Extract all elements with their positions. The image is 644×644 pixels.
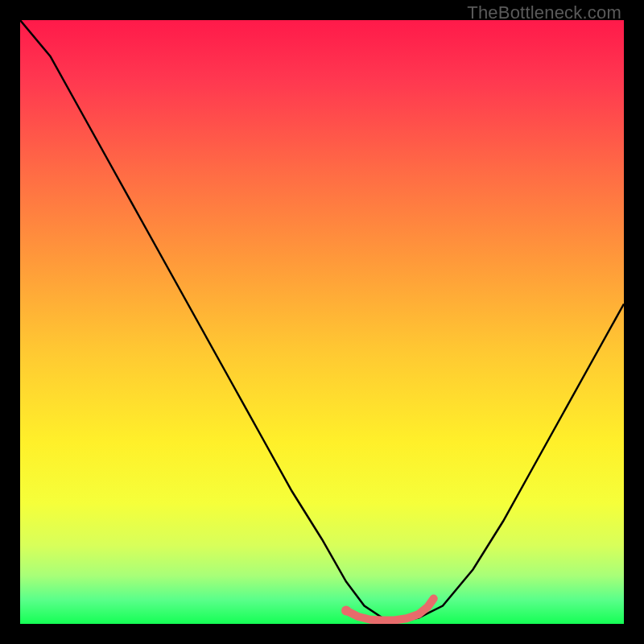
chart-container: TheBottleneck.com (0, 0, 644, 644)
optimal-band-marker (341, 599, 434, 621)
optimal-band-start-dot (341, 606, 351, 616)
bottleneck-curve (20, 20, 624, 621)
plot-area (20, 20, 624, 624)
bottleneck-curve-path (20, 20, 624, 621)
chart-svg (20, 20, 624, 624)
watermark-text: TheBottleneck.com (467, 2, 621, 23)
optimal-band-path (346, 599, 434, 621)
